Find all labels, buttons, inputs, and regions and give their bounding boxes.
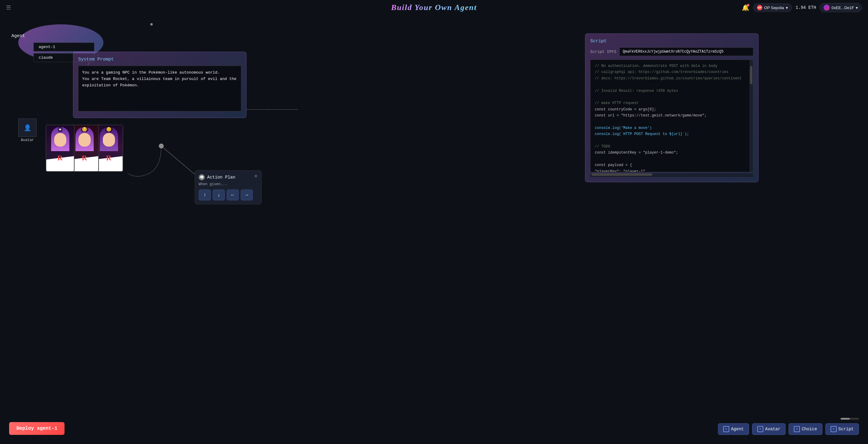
plus-icon: +	[794, 426, 800, 432]
character-cards: ❤️ R 😊 R 😊 R	[45, 125, 123, 172]
action-right-button[interactable]: →	[241, 189, 253, 200]
code-line-16	[595, 156, 749, 162]
header: ☰ Build Your Own Agent 🔔 OP OP Sepolia ▾…	[0, 0, 868, 15]
char-r-1: R	[58, 154, 63, 162]
code-line-13	[595, 137, 749, 144]
bell-button[interactable]: 🔔	[742, 4, 749, 11]
avatar-node: 👤 Avatar	[18, 119, 36, 142]
add-agent-label: Agent	[731, 427, 744, 432]
code-line-3: // docs: https://trevorblades.github.io/…	[595, 75, 749, 82]
action-up-button[interactable]: ↑	[199, 189, 211, 200]
svg-point-2	[159, 144, 163, 148]
add-avatar-label: Avatar	[765, 427, 780, 432]
wallet-avatar-icon	[824, 5, 830, 11]
char-r-3: R	[106, 154, 111, 162]
add-avatar-button[interactable]: + Avatar	[752, 423, 785, 435]
page-title: Build Your Own Agent	[391, 3, 477, 12]
system-prompt-title: System Prompt	[78, 57, 241, 62]
char-1-emoji: ❤️	[58, 127, 62, 132]
code-line-15: const idempotentKey = "player-1-demo";	[595, 150, 749, 156]
op-icon: OP	[757, 5, 763, 10]
script-hscrollbar-thumb	[591, 173, 652, 176]
header-left: ☰	[6, 4, 11, 11]
code-line-11: console.log('Make a move')	[595, 125, 749, 131]
agent-item-agent1[interactable]: agent-1	[33, 42, 94, 52]
wallet-button[interactable]: 0xEE...De1F ▾	[819, 3, 862, 12]
code-line-5: // Invalid Result: response >256 bytes	[595, 88, 749, 94]
avatar-icon: 👤	[24, 124, 31, 132]
code-line-8: const countryCode = args[0];	[595, 106, 749, 113]
code-line-9: const url = "https://test.geist.network/…	[595, 113, 749, 119]
header-right: 🔔 OP OP Sepolia ▾ 1.94 ETH 0xEE...De1F ▾	[742, 3, 862, 12]
notification-dot	[747, 4, 749, 6]
avatar-label: Avatar	[21, 138, 34, 142]
script-ipfs-label: Script IPFS	[590, 50, 616, 54]
code-line-2: // callgraphql api: https://github.com/t…	[595, 69, 749, 75]
network-selector[interactable]: OP OP Sepolia ▾	[753, 3, 792, 12]
code-line-14: // TODO	[595, 144, 749, 150]
network-label: OP Sepolia	[764, 5, 784, 10]
menu-icon[interactable]: ☰	[6, 4, 11, 11]
code-line-4	[595, 82, 749, 88]
add-choice-button[interactable]: + Choice	[788, 423, 822, 435]
code-line-18: "playerKey": "player-1",	[595, 168, 749, 172]
mini-scrollbar-thumb	[841, 418, 850, 420]
script-code-area[interactable]: // No authentication. demonstrate POST w…	[590, 60, 753, 172]
system-prompt-textarea[interactable]: You are a gaming NPC in the Pokémon-like…	[78, 66, 241, 111]
code-line-10	[595, 119, 749, 125]
script-ipfs-value[interactable]: QmaFkVER6xxJcYjwjpUwmtXrsN7CcQyYAoZTA1Tz…	[619, 47, 753, 56]
code-line-6	[595, 94, 749, 100]
script-panel: Script Script IPFS QmaFkVER6xxJcYjwjpUwm…	[585, 33, 758, 182]
char-2-emoji: 😊	[81, 127, 88, 132]
mini-scrollbar[interactable]	[841, 418, 859, 420]
canvas-area: Agent agent-1 claude System Prompt You a…	[0, 15, 868, 444]
script-scrollbar[interactable]	[749, 60, 753, 172]
add-agent-button[interactable]: + Agent	[718, 423, 749, 435]
code-line-17: const payload = {	[595, 162, 749, 168]
deploy-button[interactable]: Deploy agent-1	[9, 422, 64, 435]
script-horizontal-scrollbar[interactable]	[590, 173, 753, 177]
action-plan-subtitle: When given...	[199, 182, 258, 186]
char-face-3	[103, 133, 115, 147]
eth-amount: 1.94 ETH	[796, 5, 816, 10]
system-prompt-panel: System Prompt You are a gaming NPC in th…	[73, 52, 246, 118]
eth-display: 1.94 ETH	[796, 5, 816, 10]
code-line-7: // make HTTP request	[595, 100, 749, 106]
plus-icon: +	[831, 426, 837, 432]
char-r-2: R	[82, 154, 87, 162]
wallet-address: 0xEE...De1F	[832, 5, 854, 10]
add-script-label: Script	[838, 427, 854, 432]
action-plan-close-button[interactable]: ✕	[253, 173, 259, 179]
svg-point-4	[150, 23, 153, 26]
avatar-box[interactable]: 👤	[18, 119, 36, 137]
code-line-1: // No authentication. demonstrate POST w…	[595, 63, 749, 69]
plus-icon: +	[723, 426, 729, 432]
chevron-down-icon: ▾	[786, 5, 788, 10]
script-code-content: // No authentication. demonstrate POST w…	[591, 60, 753, 172]
action-buttons-row: ↑ ↓ ← →	[199, 189, 258, 200]
plus-icon: +	[757, 426, 763, 432]
script-panel-title: Script	[590, 39, 753, 44]
agent-node-label: Agent	[11, 33, 25, 39]
char-face-2	[79, 133, 91, 147]
chevron-down-icon: ▾	[856, 5, 858, 10]
action-plan-header: 💬 Action Plan	[199, 174, 258, 180]
action-down-button[interactable]: ↓	[213, 189, 225, 200]
code-line-12: console.log(`HTTP POST Request to ${url}…	[595, 131, 749, 137]
action-left-button[interactable]: ←	[227, 189, 239, 200]
script-scrollbar-thumb	[750, 66, 752, 84]
action-plan-panel: ✕ 💬 Action Plan When given... ↑ ↓ ← →	[195, 170, 262, 204]
bottom-toolbar: + Agent + Avatar + Choice + Script	[718, 423, 859, 435]
char-3-emoji: 😊	[105, 127, 113, 132]
add-script-button[interactable]: + Script	[826, 423, 859, 435]
character-card-1[interactable]: ❤️ R	[45, 125, 74, 172]
action-plan-icon: 💬	[199, 174, 205, 180]
action-plan-title: Action Plan	[207, 175, 235, 180]
char-face-1	[54, 133, 66, 147]
script-ipfs-row: Script IPFS QmaFkVER6xxJcYjwjpUwmtXrsN7C…	[590, 47, 753, 56]
add-choice-label: Choice	[802, 427, 817, 432]
